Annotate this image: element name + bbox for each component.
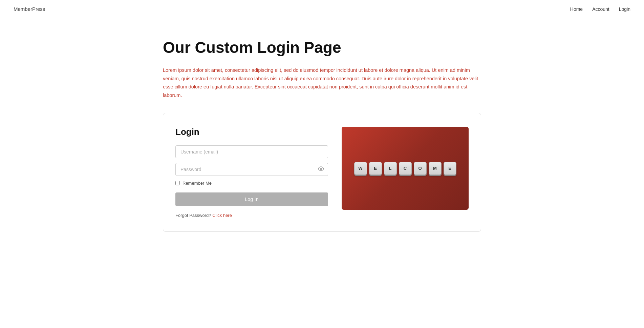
key-E: E <box>369 162 382 175</box>
password-input[interactable] <box>175 163 328 176</box>
forgot-password-link[interactable]: Click here <box>212 213 232 218</box>
remember-me-text: Remember Me <box>183 181 212 186</box>
nav-login[interactable]: Login <box>619 6 630 12</box>
welcome-banner: W E L C O M E <box>342 127 469 210</box>
svg-point-0 <box>320 168 322 170</box>
key-L: L <box>384 162 397 175</box>
login-title: Login <box>175 127 328 137</box>
welcome-image-section: W E L C O M E <box>342 127 469 210</box>
username-input[interactable] <box>175 145 328 158</box>
login-button[interactable]: Log In <box>175 192 328 206</box>
key-W: W <box>354 162 367 175</box>
login-card: Login Remember Me Log In <box>163 113 481 232</box>
remember-me-checkbox[interactable] <box>175 181 180 185</box>
key-O: O <box>414 162 427 175</box>
page-description: Lorem ipsum dolor sit amet, consectetur … <box>163 66 481 100</box>
main-nav: Home Account Login <box>570 6 630 12</box>
forgot-password-section: Forgot Password? Click here <box>175 213 328 218</box>
password-group <box>175 163 328 176</box>
key-E2: E <box>444 162 456 175</box>
username-group <box>175 145 328 158</box>
main-content: Our Custom Login Page Lorem ipsum dolor … <box>156 18 488 245</box>
page-title: Our Custom Login Page <box>163 39 481 57</box>
remember-me-label[interactable]: Remember Me <box>175 181 328 186</box>
nav-home[interactable]: Home <box>570 6 583 12</box>
nav-account[interactable]: Account <box>592 6 609 12</box>
forgot-password-text: Forgot Password? <box>175 213 211 218</box>
welcome-keys: W E L C O M E <box>354 162 456 175</box>
login-form-section: Login Remember Me Log In <box>175 127 328 218</box>
password-toggle-icon[interactable] <box>318 166 324 173</box>
key-M: M <box>429 162 442 175</box>
site-logo: MemberPress <box>14 6 45 12</box>
key-C: C <box>399 162 412 175</box>
site-header: MemberPress Home Account Login <box>0 0 644 18</box>
